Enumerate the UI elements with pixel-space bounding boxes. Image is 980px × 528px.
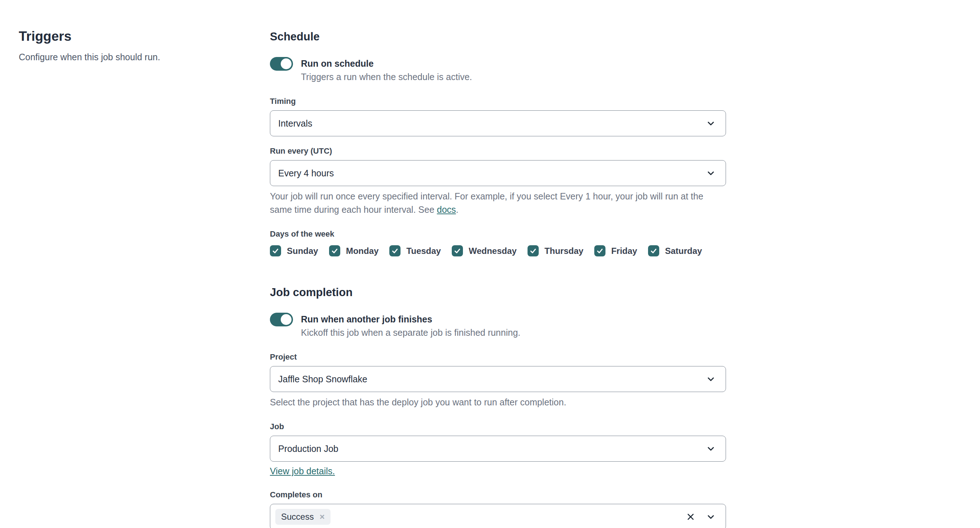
days-of-week-field: Days of the week Sunday Monday Tuesday W… bbox=[270, 229, 726, 257]
checked-checkbox[interactable] bbox=[329, 245, 340, 257]
run-when-finished-label: Run when another job finishes bbox=[301, 312, 520, 327]
run-on-schedule-toggle[interactable] bbox=[270, 57, 293, 71]
days-of-week-row: Sunday Monday Tuesday Wednesday Thursday bbox=[270, 245, 726, 257]
checkbox-wednesday[interactable]: Wednesday bbox=[452, 245, 517, 257]
project-help-text: Select the project that has the deploy j… bbox=[270, 396, 726, 409]
chip-label: Success bbox=[281, 512, 314, 522]
check-icon bbox=[272, 247, 279, 255]
checkbox-thursday[interactable]: Thursday bbox=[528, 245, 584, 257]
check-icon bbox=[331, 247, 339, 255]
completes-on-field: Completes on Success × bbox=[270, 490, 726, 528]
project-label: Project bbox=[270, 352, 726, 362]
run-when-finished-row: Run when another job finishes Kickoff th… bbox=[270, 312, 726, 339]
checked-checkbox[interactable] bbox=[452, 245, 463, 257]
check-icon bbox=[453, 247, 461, 255]
check-icon bbox=[529, 247, 537, 255]
day-label: Saturday bbox=[665, 246, 702, 256]
days-of-week-label: Days of the week bbox=[270, 229, 726, 239]
run-when-finished-description: Kickoff this job when a separate job is … bbox=[301, 327, 520, 339]
run-when-finished-toggle[interactable] bbox=[270, 313, 293, 327]
chevron-down-icon bbox=[706, 119, 716, 128]
job-field: Job Production Job View job details. bbox=[270, 422, 726, 490]
run-on-schedule-row: Run on schedule Triggers a run when the … bbox=[270, 56, 726, 83]
page-title: Triggers bbox=[19, 29, 270, 44]
checkbox-sunday[interactable]: Sunday bbox=[270, 245, 318, 257]
timing-field: Timing Intervals bbox=[270, 97, 726, 136]
timing-select[interactable]: Intervals bbox=[270, 110, 726, 136]
job-selected-value: Production Job bbox=[278, 444, 339, 454]
run-every-label: Run every (UTC) bbox=[270, 146, 726, 156]
day-label: Monday bbox=[346, 246, 379, 256]
triggers-form: Schedule Run on schedule Triggers a run … bbox=[270, 0, 726, 528]
completes-on-label: Completes on bbox=[270, 490, 726, 499]
day-label: Sunday bbox=[287, 246, 318, 256]
check-icon bbox=[650, 247, 657, 255]
docs-link[interactable]: docs bbox=[437, 205, 456, 215]
day-label: Tuesday bbox=[406, 246, 441, 256]
checked-checkbox[interactable] bbox=[389, 245, 401, 257]
checkbox-tuesday[interactable]: Tuesday bbox=[389, 245, 441, 257]
triggers-settings-page: Triggers Configure when this job should … bbox=[0, 0, 980, 528]
toggle-knob bbox=[281, 314, 291, 325]
checkbox-friday[interactable]: Friday bbox=[594, 245, 637, 257]
project-selected-value: Jaffle Shop Snowflake bbox=[278, 374, 368, 384]
completes-on-multiselect[interactable]: Success × bbox=[270, 504, 726, 528]
project-select[interactable]: Jaffle Shop Snowflake bbox=[270, 366, 726, 392]
day-label: Friday bbox=[611, 246, 637, 256]
schedule-heading: Schedule bbox=[270, 30, 726, 43]
checked-checkbox[interactable] bbox=[528, 245, 539, 257]
page-subtitle: Configure when this job should run. bbox=[19, 52, 270, 62]
check-icon bbox=[596, 247, 604, 255]
run-every-selected-value: Every 4 hours bbox=[278, 168, 334, 179]
chevron-down-icon bbox=[706, 444, 716, 453]
run-on-schedule-label: Run on schedule bbox=[301, 56, 472, 71]
run-every-select[interactable]: Every 4 hours bbox=[270, 160, 726, 186]
day-label: Thursday bbox=[544, 246, 584, 256]
checked-checkbox[interactable] bbox=[270, 245, 281, 257]
checked-checkbox[interactable] bbox=[594, 245, 606, 257]
run-on-schedule-description: Triggers a run when the schedule is acti… bbox=[301, 71, 472, 83]
job-label: Job bbox=[270, 422, 726, 431]
timing-selected-value: Intervals bbox=[278, 118, 312, 129]
selected-option-chip: Success × bbox=[275, 509, 331, 525]
checked-checkbox[interactable] bbox=[648, 245, 659, 257]
chevron-down-icon bbox=[706, 374, 716, 384]
section-intro: Triggers Configure when this job should … bbox=[19, 0, 270, 62]
view-job-details-link[interactable]: View job details. bbox=[270, 466, 335, 476]
run-every-help-text: Your job will run once every specified i… bbox=[270, 190, 726, 216]
clear-all-icon[interactable] bbox=[687, 513, 695, 521]
checkbox-saturday[interactable]: Saturday bbox=[648, 245, 702, 257]
chevron-down-icon[interactable] bbox=[706, 512, 716, 522]
day-label: Wednesday bbox=[469, 246, 517, 256]
toggle-knob bbox=[281, 59, 291, 69]
job-select[interactable]: Production Job bbox=[270, 436, 726, 461]
check-icon bbox=[391, 247, 399, 255]
chip-remove-icon[interactable]: × bbox=[320, 512, 325, 521]
job-completion-heading: Job completion bbox=[270, 286, 726, 299]
chevron-down-icon bbox=[706, 168, 716, 178]
run-every-field: Run every (UTC) Every 4 hours Your job w… bbox=[270, 146, 726, 216]
project-field: Project Jaffle Shop Snowflake Select the… bbox=[270, 352, 726, 409]
checkbox-monday[interactable]: Monday bbox=[329, 245, 379, 257]
timing-label: Timing bbox=[270, 97, 726, 106]
